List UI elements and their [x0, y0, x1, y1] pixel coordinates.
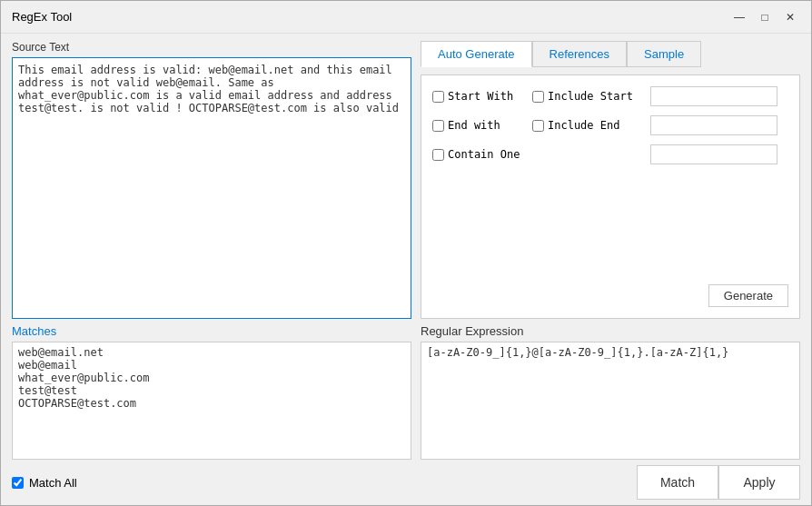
match-button[interactable]: Match: [637, 465, 718, 500]
apply-button[interactable]: Apply: [718, 465, 800, 500]
contain-one-row: Contain One: [432, 144, 788, 164]
bottom-area: Matches web@email.net web@email what_eve…: [1, 319, 811, 460]
include-start-checkbox[interactable]: [532, 91, 544, 103]
source-textarea[interactable]: This email address is valid: web@email.n…: [12, 57, 411, 319]
tabs: Auto Generate References Sample: [421, 41, 800, 67]
window-title: RegEx Tool: [12, 10, 72, 24]
end-with-label[interactable]: End with: [432, 119, 523, 132]
include-end-label[interactable]: Include End: [532, 119, 641, 132]
tab-sample[interactable]: Sample: [627, 41, 701, 67]
start-with-row: Start With Include Start: [432, 86, 788, 106]
matches-panel: Matches web@email.net web@email what_eve…: [12, 324, 411, 460]
left-panel: Source Text This email address is valid:…: [12, 41, 411, 319]
generate-button[interactable]: Generate: [708, 284, 788, 307]
window: RegEx Tool — □ ✕ Source Text This email …: [0, 0, 812, 506]
matches-label: Matches: [12, 324, 411, 338]
tab-auto-generate[interactable]: Auto Generate: [421, 41, 532, 67]
regex-panel: Regular Expression [a-zA-Z0-9_]{1,}@[a-z…: [421, 324, 800, 460]
footer: Match All Match Apply: [1, 460, 811, 505]
match-all-label[interactable]: Match All: [12, 476, 77, 490]
close-button[interactable]: ✕: [780, 7, 800, 27]
start-with-label[interactable]: Start With: [432, 90, 523, 103]
title-bar: RegEx Tool — □ ✕: [1, 1, 811, 34]
end-with-checkbox[interactable]: [432, 120, 444, 132]
include-start-label[interactable]: Include Start: [532, 90, 641, 103]
regex-label: Regular Expression: [421, 324, 800, 338]
end-with-row: End with Include End: [432, 115, 788, 135]
window-controls: — □ ✕: [729, 7, 800, 27]
content-area: Source Text This email address is valid:…: [1, 34, 811, 319]
contain-one-label[interactable]: Contain One: [432, 148, 523, 161]
contain-one-input[interactable]: [650, 144, 777, 164]
end-with-input[interactable]: [650, 115, 777, 135]
source-label: Source Text: [12, 41, 411, 54]
minimize-button[interactable]: —: [729, 7, 749, 27]
start-with-input[interactable]: [650, 86, 777, 106]
regex-textarea[interactable]: [a-zA-Z0-9_]{1,}@[a-zA-Z0-9_]{1,}.[a-zA-…: [421, 342, 800, 460]
tab-content: Start With Include Start End with: [421, 74, 800, 319]
maximize-button[interactable]: □: [755, 7, 775, 27]
tab-references[interactable]: References: [532, 41, 627, 67]
generate-row: Generate: [432, 277, 788, 307]
match-all-checkbox[interactable]: [12, 477, 24, 489]
include-end-checkbox[interactable]: [532, 120, 544, 132]
start-with-checkbox[interactable]: [432, 91, 444, 103]
footer-buttons: Match Apply: [637, 465, 800, 500]
contain-one-checkbox[interactable]: [432, 149, 444, 161]
matches-textarea[interactable]: web@email.net web@email what_ever@public…: [12, 342, 411, 460]
right-panel: Auto Generate References Sample Start Wi…: [421, 41, 800, 319]
